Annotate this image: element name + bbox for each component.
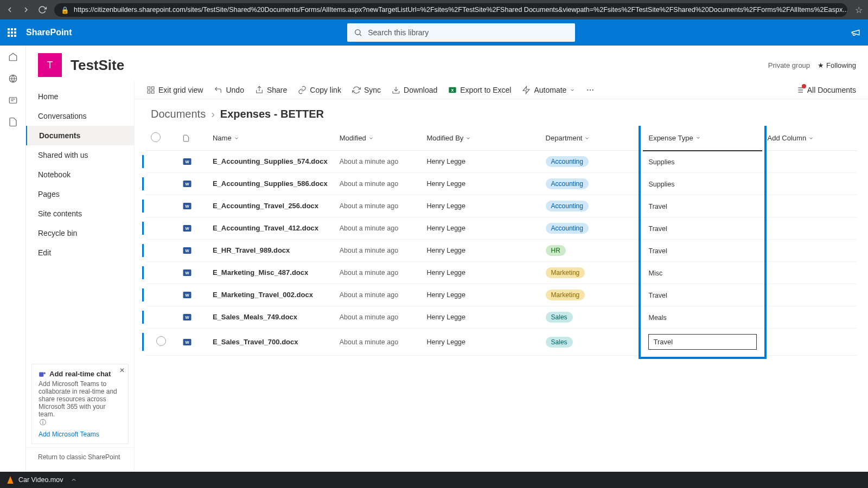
file-name[interactable]: E_Accounting_Supplies_574.docx <box>213 157 329 166</box>
nav-item-shared-with-us[interactable]: Shared with us <box>26 145 134 165</box>
table-row[interactable]: W E_Accounting_Supplies_574.docx About a… <box>145 151 857 173</box>
chevron-down-icon <box>465 136 471 141</box>
globe-icon[interactable] <box>8 74 18 84</box>
chevron-down-icon <box>368 136 374 141</box>
file-name[interactable]: E_Marketing_Misc_487.docx <box>213 268 329 278</box>
follow-button[interactable]: ★ Following <box>818 61 856 69</box>
col-icon[interactable] <box>177 126 207 151</box>
nav-item-site-contents[interactable]: Site contents <box>26 204 134 223</box>
exit-grid-button[interactable]: Exit grid view <box>146 86 203 94</box>
col-name[interactable]: Name <box>213 134 329 142</box>
app-launcher-icon[interactable] <box>8 28 16 37</box>
site-header: T TestSite Private group ★ Following <box>26 46 868 81</box>
department-pill[interactable]: Accounting <box>546 223 589 234</box>
file-name[interactable]: E_Accounting_Supplies_586.docx <box>213 179 329 189</box>
expense-type-value[interactable]: Supplies <box>648 158 674 166</box>
nav-item-pages[interactable]: Pages <box>26 184 134 204</box>
close-icon[interactable]: ✕ <box>119 367 125 374</box>
expense-type-value[interactable]: Misc <box>648 269 662 277</box>
table-row[interactable]: W E_HR_Travel_989.docx About a minute ag… <box>145 240 857 262</box>
department-pill[interactable]: Sales <box>546 312 573 323</box>
view-selector[interactable]: All Documents <box>795 86 856 94</box>
info-icon[interactable]: ⓘ <box>40 419 46 426</box>
table-row[interactable]: W E_Accounting_Supplies_586.docx About a… <box>145 173 857 195</box>
nav-item-conversations[interactable]: Conversations <box>26 106 134 126</box>
row-select[interactable] <box>156 336 166 346</box>
col-modified[interactable]: Modified <box>340 134 416 142</box>
expense-type-value[interactable]: Supplies <box>648 181 674 188</box>
share-button[interactable]: Share <box>255 86 287 94</box>
home-icon[interactable] <box>8 52 18 62</box>
table-row[interactable]: W E_Accounting_Travel_412.docx About a m… <box>145 217 857 240</box>
chevron-right-icon: › <box>211 108 215 120</box>
site-logo[interactable]: T <box>38 53 62 77</box>
department-pill[interactable]: Marketing <box>546 290 585 300</box>
files-icon[interactable] <box>8 117 18 127</box>
file-name[interactable]: E_HR_Travel_989.docx <box>213 246 329 255</box>
table-row[interactable]: W E_Accounting_Travel_256.docx About a m… <box>145 195 857 217</box>
search-input[interactable]: Search this library <box>347 23 575 42</box>
modified-by-value: Henry Legge <box>426 180 534 188</box>
undo-button[interactable]: Undo <box>214 86 244 94</box>
table-row[interactable]: W E_Marketing_Travel_002.docx About a mi… <box>145 284 857 306</box>
expense-type-value[interactable]: Meals <box>648 314 666 322</box>
nav-item-recycle-bin[interactable]: Recycle bin <box>26 223 134 243</box>
nav-item-notebook[interactable]: Notebook <box>26 165 134 184</box>
expense-type-editor[interactable]: Travel <box>648 334 756 350</box>
modified-value: About a minute ago <box>340 158 416 165</box>
site-name[interactable]: TestSite <box>71 57 124 74</box>
taskbar-download[interactable]: Car Video.mov <box>7 476 77 484</box>
table-row[interactable]: W E_Sales_Travel_700.docx About a minute… <box>145 329 857 356</box>
file-name[interactable]: E_Accounting_Travel_256.docx <box>213 201 329 211</box>
expense-type-value[interactable]: Travel <box>648 225 667 233</box>
document-grid: Name Modified Modified By Department Exp… <box>145 126 857 356</box>
department-pill[interactable]: Sales <box>546 337 573 348</box>
forward-icon[interactable] <box>22 5 30 14</box>
department-pill[interactable]: Accounting <box>546 178 589 189</box>
teams-add-link[interactable]: Add Microsoft Teams <box>39 431 122 438</box>
product-name[interactable]: SharePoint <box>26 28 72 37</box>
sync-icon <box>352 86 361 94</box>
department-pill[interactable]: Accounting <box>546 201 589 211</box>
expense-type-value[interactable]: Travel <box>648 203 667 210</box>
col-expense-type[interactable]: Expense Type <box>648 134 756 142</box>
svg-rect-6 <box>39 372 43 376</box>
download-button[interactable]: Download <box>392 86 437 94</box>
address-bar[interactable]: 🔒 https://citizenbuilders.sharepoint.com… <box>54 3 847 17</box>
svg-point-19 <box>592 89 593 91</box>
more-button[interactable] <box>586 86 595 94</box>
unsaved-indicator <box>802 84 806 88</box>
department-pill[interactable]: Accounting <box>546 156 589 167</box>
share-icon <box>255 86 264 94</box>
copy-link-button[interactable]: Copy link <box>298 86 341 94</box>
file-name[interactable]: E_Accounting_Travel_412.docx <box>213 223 329 233</box>
select-all[interactable] <box>151 132 161 142</box>
expense-type-value[interactable]: Travel <box>648 247 667 255</box>
megaphone-icon[interactable] <box>851 28 860 37</box>
table-row[interactable]: W E_Sales_Meals_749.docx About a minute … <box>145 306 857 329</box>
nav-item-documents[interactable]: Documents <box>26 126 134 145</box>
file-name[interactable]: E_Sales_Travel_700.docx <box>213 337 329 347</box>
automate-button[interactable]: Automate <box>522 86 575 94</box>
department-pill[interactable]: HR <box>546 245 566 256</box>
back-icon[interactable] <box>5 5 14 14</box>
file-name[interactable]: E_Sales_Meals_749.docx <box>213 312 329 322</box>
department-pill[interactable]: Marketing <box>546 267 585 278</box>
file-type-icon: W <box>177 306 207 329</box>
file-name[interactable]: E_Marketing_Travel_002.docx <box>213 290 329 300</box>
news-icon[interactable] <box>8 95 18 105</box>
sync-button[interactable]: Sync <box>352 86 381 94</box>
nav-item-edit[interactable]: Edit <box>26 243 134 262</box>
reload-icon[interactable] <box>38 5 47 14</box>
col-modified-by[interactable]: Modified By <box>426 134 534 142</box>
export-excel-button[interactable]: XExport to Excel <box>448 86 511 94</box>
vlc-icon <box>7 476 14 484</box>
nav-item-home[interactable]: Home <box>26 87 134 106</box>
add-column-button[interactable]: Add Column <box>768 134 852 142</box>
col-department[interactable]: Department <box>546 134 638 142</box>
classic-link[interactable]: Return to classic SharePoint <box>26 447 134 466</box>
star-icon[interactable]: ☆ <box>855 5 863 15</box>
breadcrumb-root[interactable]: Documents <box>151 108 206 120</box>
table-row[interactable]: W E_Marketing_Misc_487.docx About a minu… <box>145 262 857 284</box>
expense-type-value[interactable]: Travel <box>648 292 667 299</box>
